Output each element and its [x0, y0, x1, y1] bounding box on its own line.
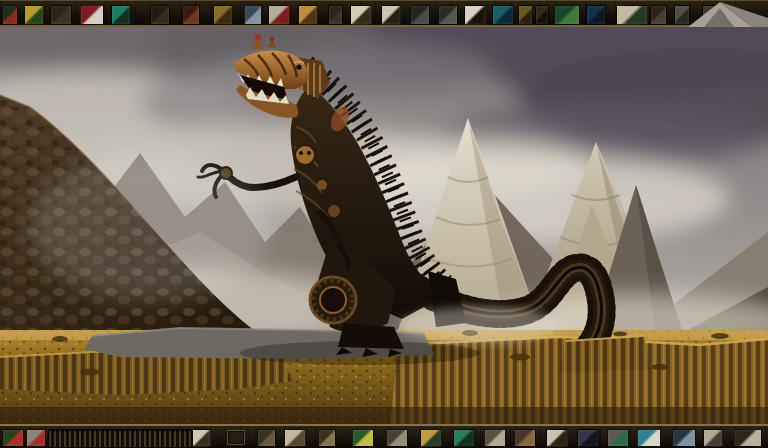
filmstrip-thumbnail[interactable] [420, 429, 442, 447]
filmstrip-thumbnail[interactable] [328, 5, 343, 25]
filmstrip-scrubber[interactable] [48, 429, 192, 448]
bottom-filmstrip [0, 424, 768, 448]
filmstrip-thumbnail[interactable] [734, 429, 762, 447]
filmstrip-thumbnail[interactable] [257, 429, 276, 447]
filmstrip-thumbnail[interactable] [192, 429, 211, 447]
filmstrip-thumbnail[interactable] [586, 5, 606, 25]
filmstrip-thumbnail[interactable] [607, 429, 629, 447]
filmstrip-thumbnail[interactable] [484, 429, 506, 447]
filmstrip-thumbnail[interactable] [2, 5, 18, 25]
dust-mist [400, 307, 560, 343]
filmstrip-thumbnail[interactable] [577, 429, 599, 447]
top-filmstrip [0, 0, 768, 27]
filmstrip-thumbnail[interactable] [492, 5, 514, 25]
filmstrip-thumbnail[interactable] [284, 429, 306, 447]
filmstrip-thumbnail[interactable] [352, 429, 374, 447]
filmstrip-thumbnail[interactable] [702, 5, 719, 25]
filmstrip-thumbnail[interactable] [80, 5, 104, 25]
filmstrip-thumbnail[interactable] [350, 5, 372, 25]
fantasy-artwork [0, 27, 768, 424]
terrace-front [558, 336, 650, 373]
filmstrip-thumbnail[interactable] [386, 429, 408, 447]
filmstrip-thumbnail[interactable] [518, 5, 533, 25]
filmstrip-thumbnail[interactable] [637, 429, 661, 447]
filmstrip-thumbnail[interactable] [213, 5, 233, 25]
filmstrip-thumbnail[interactable] [150, 5, 170, 25]
filmstrip-thumbnail[interactable] [514, 429, 536, 447]
filmstrip-thumbnail[interactable] [703, 429, 723, 447]
filmstrip-thumbnail[interactable] [535, 5, 549, 25]
filmstrip-thumbnail[interactable] [24, 5, 44, 25]
filmstrip-thumbnail[interactable] [381, 5, 401, 25]
filmstrip-thumbnail[interactable] [318, 429, 336, 447]
filmstrip-thumbnail[interactable] [50, 5, 72, 25]
filmstrip-thumbnail[interactable] [650, 5, 667, 25]
filmstrip-thumbnail[interactable] [438, 5, 458, 25]
filmstrip-thumbnail[interactable] [410, 5, 430, 25]
filmstrip-thumbnail[interactable] [672, 429, 696, 447]
filmstrip-thumbnail[interactable] [546, 429, 568, 447]
filmstrip-thumbnail[interactable] [182, 5, 200, 25]
filmstrip-thumbnail[interactable] [26, 429, 46, 447]
filmstrip-thumbnail[interactable] [453, 429, 475, 447]
filmstrip-thumbnail[interactable] [268, 5, 290, 25]
filmstrip-thumbnail[interactable] [298, 5, 318, 25]
hip-gear-medallion [310, 277, 356, 323]
filmstrip-thumbnail[interactable] [674, 5, 690, 25]
filmstrip-thumbnail[interactable] [244, 5, 262, 25]
artwork-viewer [0, 0, 768, 448]
filmstrip-thumbnail[interactable] [554, 5, 580, 25]
filmstrip-thumbnail[interactable] [616, 5, 648, 25]
filmstrip-button[interactable] [227, 430, 245, 445]
filmstrip-thumbnail[interactable] [111, 5, 131, 25]
light-glow [30, 152, 270, 302]
filmstrip-thumbnail[interactable] [464, 5, 486, 25]
filmstrip-thumbnail[interactable] [2, 429, 24, 447]
